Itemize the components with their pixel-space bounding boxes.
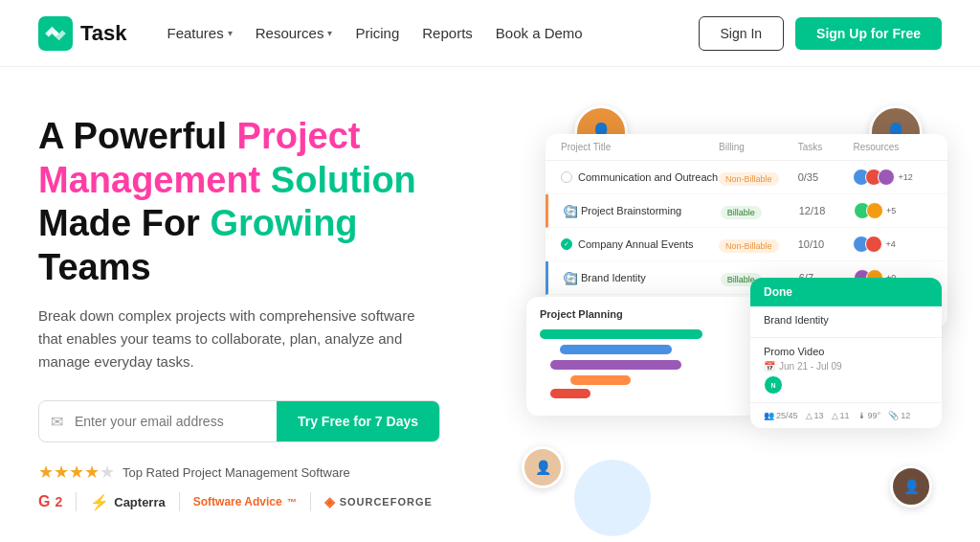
gantt-card: Project Planning	[526, 297, 756, 416]
gantt-bar-purple	[550, 360, 682, 370]
hero-right: 👤 👤 👤 👤 👤 Project Title Billing Tasks Re…	[517, 105, 942, 542]
gantt-bar-row	[540, 345, 743, 354]
signin-button[interactable]: Sign In	[699, 16, 785, 51]
email-form: ✉ Try Free for 7 Days	[38, 400, 440, 442]
done-stats: 👥 25/45 △ 13 △ 11 🌡 99° 📎 12	[750, 403, 942, 428]
stars-row: ★★★★★ Top Rated Project Management Softw…	[38, 462, 479, 483]
status-circle: ✓	[561, 238, 572, 250]
avatar	[866, 202, 883, 219]
avatar	[865, 236, 882, 253]
gantt-bar-orange	[570, 375, 632, 385]
float-avatar-4: 👤	[890, 465, 932, 508]
logo-icon	[38, 16, 73, 51]
billing-badge: Non-Billable	[719, 239, 779, 253]
badge-software-advice: Software Advice ™	[193, 495, 297, 508]
status-circle	[561, 171, 572, 183]
star-rating: ★★★★★	[38, 462, 115, 483]
chevron-down-icon: ▾	[327, 28, 332, 38]
avatar	[878, 169, 895, 186]
nav-resources[interactable]: Resources ▾	[246, 19, 343, 47]
badge-g2: G 2	[38, 493, 62, 510]
hero-section: A Powerful Project Management Solution M…	[0, 67, 980, 542]
done-item: Promo Video 📅 Jun 21 - Jul 09 N	[750, 338, 942, 403]
gantt-title: Project Planning	[540, 308, 743, 320]
logo-text: Task	[80, 21, 127, 46]
billing-badge: Non-Billable	[719, 172, 779, 186]
done-header: Done	[750, 278, 942, 306]
gantt-bar-row	[540, 360, 743, 370]
capterra-icon: ⚡	[90, 493, 109, 511]
rating-label: Top Rated Project Management Software	[122, 465, 350, 480]
gantt-bar-row	[540, 375, 743, 398]
divider	[310, 492, 311, 511]
status-circle: 🔄	[564, 205, 575, 216]
gantt-bar-red	[550, 389, 590, 398]
divider	[179, 492, 180, 511]
hero-left: A Powerful Project Management Solution M…	[38, 105, 479, 511]
table-row: 🔄 Project Brainstorming Billable 12/18 +…	[546, 194, 947, 228]
done-item: Brand Identity	[750, 306, 942, 338]
email-input[interactable]	[75, 401, 277, 441]
gantt-bar-green	[540, 329, 702, 339]
deco-circle	[574, 460, 651, 536]
nav-book-demo[interactable]: Book a Demo	[486, 19, 592, 47]
nav-links: Features ▾ Resources ▾ Pricing Reports B…	[158, 19, 592, 47]
badges-row: G 2 ⚡ Capterra Software Advice ™ ◈ SOURC…	[38, 492, 479, 511]
nav-reports[interactable]: Reports	[412, 19, 482, 47]
done-card: Done Brand Identity Promo Video 📅 Jun 21…	[750, 278, 942, 428]
signup-button[interactable]: Sign Up for Free	[795, 17, 942, 50]
try-free-button[interactable]: Try Free for 7 Days	[277, 401, 439, 441]
badge-sourceforge: ◈ SOURCEFORGE	[324, 494, 433, 509]
db-header: Project Title Billing Tasks Resources	[546, 134, 947, 161]
gantt-bar-blue	[560, 345, 672, 354]
table-row: ✓ Company Annual Events Non-Billable 10/…	[546, 228, 947, 261]
nav-pricing[interactable]: Pricing	[345, 19, 409, 47]
logo[interactable]: Task	[38, 16, 127, 51]
badge-capterra: ⚡ Capterra	[90, 493, 165, 511]
gantt-bar-row	[540, 329, 743, 339]
sourceforge-icon: ◈	[324, 494, 335, 509]
nav-left: Task Features ▾ Resources ▾ Pricing Repo…	[38, 16, 592, 51]
navbar: Task Features ▾ Resources ▾ Pricing Repo…	[0, 0, 980, 67]
billing-badge: Billable	[721, 206, 762, 219]
hero-subtitle: Break down complex projects with compreh…	[38, 305, 421, 373]
divider	[76, 492, 77, 511]
nav-right: Sign In Sign Up for Free	[699, 16, 943, 51]
chevron-down-icon: ▾	[228, 28, 233, 38]
email-icon: ✉	[39, 413, 75, 431]
hero-heading: A Powerful Project Management Solution M…	[38, 115, 479, 289]
calendar-icon: 📅	[764, 361, 775, 372]
table-row: Communication and Outreach Non-Billable …	[546, 161, 947, 194]
avatar: N	[764, 375, 783, 395]
nav-features[interactable]: Features ▾	[158, 19, 242, 47]
float-avatar-5: 👤	[522, 446, 564, 488]
status-circle: 🔄	[564, 272, 575, 283]
